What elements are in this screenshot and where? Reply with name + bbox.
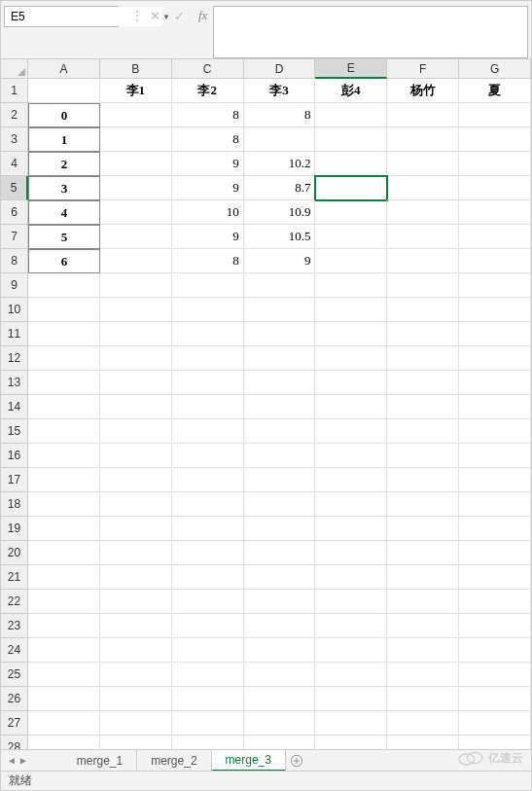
cell-F26[interactable]: [387, 687, 459, 711]
cell-B1[interactable]: 李1: [100, 79, 172, 103]
cell-D2[interactable]: 8: [244, 103, 316, 127]
cell-F5[interactable]: [387, 176, 459, 200]
cell-C11[interactable]: [172, 322, 244, 346]
cell-C19[interactable]: [172, 517, 244, 541]
cell-C15[interactable]: [172, 419, 244, 444]
formula-input[interactable]: [213, 6, 528, 58]
cell-E21[interactable]: [315, 565, 387, 590]
cell-A4[interactable]: 2: [28, 152, 100, 176]
cell-C5[interactable]: 9: [172, 176, 244, 200]
row-header-7[interactable]: 7: [1, 225, 28, 249]
cell-E12[interactable]: [315, 346, 387, 371]
column-header-C[interactable]: C: [172, 59, 244, 79]
cell-E9[interactable]: [315, 273, 387, 298]
cell-B4[interactable]: [100, 152, 172, 176]
cell-A5[interactable]: 3: [28, 176, 100, 200]
cell-E8[interactable]: [315, 249, 387, 273]
cell-A3[interactable]: 1: [28, 127, 100, 152]
cell-B26[interactable]: [100, 687, 172, 711]
cell-E14[interactable]: [315, 395, 387, 419]
cell-B9[interactable]: [100, 273, 172, 298]
cell-D5[interactable]: 8.7: [244, 176, 316, 200]
cell-D12[interactable]: [244, 346, 316, 371]
cell-F22[interactable]: [387, 590, 459, 614]
cell-F9[interactable]: [387, 273, 459, 298]
cell-B11[interactable]: [100, 322, 172, 346]
cell-D14[interactable]: [244, 395, 316, 419]
row-header-9[interactable]: 9: [1, 273, 28, 298]
cell-G27[interactable]: [459, 711, 531, 736]
cell-G16[interactable]: [459, 444, 531, 468]
cell-D23[interactable]: [244, 614, 316, 638]
cell-B25[interactable]: [100, 663, 172, 687]
cell-F1[interactable]: 杨竹: [387, 79, 459, 103]
cell-B27[interactable]: [100, 711, 172, 736]
column-header-E[interactable]: E: [315, 59, 387, 79]
cell-B8[interactable]: [100, 249, 172, 273]
cell-C2[interactable]: 8: [172, 103, 244, 127]
row-header-3[interactable]: 3: [1, 127, 28, 152]
cell-A13[interactable]: [28, 371, 100, 395]
cell-A27[interactable]: [28, 711, 100, 736]
cell-A14[interactable]: [28, 395, 100, 419]
cell-D10[interactable]: [244, 298, 316, 322]
select-all-corner[interactable]: [1, 59, 28, 79]
cell-C18[interactable]: [172, 492, 244, 517]
cell-G2[interactable]: [459, 103, 531, 127]
cell-E11[interactable]: [315, 322, 387, 346]
cell-G5[interactable]: [459, 176, 531, 200]
sheet-tab-merge_3[interactable]: merge_3: [212, 750, 286, 772]
cell-C25[interactable]: [172, 663, 244, 687]
cell-E1[interactable]: 彭4: [315, 79, 387, 103]
cell-G21[interactable]: [459, 565, 531, 590]
cell-A17[interactable]: [28, 468, 100, 492]
cell-B18[interactable]: [100, 492, 172, 517]
cell-B19[interactable]: [100, 517, 172, 541]
cell-G22[interactable]: [459, 590, 531, 614]
cell-E20[interactable]: [315, 541, 387, 565]
cell-D15[interactable]: [244, 419, 316, 444]
fx-label[interactable]: fx: [198, 8, 207, 23]
cell-D9[interactable]: [244, 273, 316, 298]
cell-D28[interactable]: [244, 736, 316, 749]
cell-G23[interactable]: [459, 614, 531, 638]
cell-E22[interactable]: [315, 590, 387, 614]
row-header-20[interactable]: 20: [1, 541, 28, 565]
cell-A24[interactable]: [28, 638, 100, 663]
cell-F11[interactable]: [387, 322, 459, 346]
cell-B21[interactable]: [100, 565, 172, 590]
cell-C3[interactable]: 8: [172, 127, 244, 152]
cell-C10[interactable]: [172, 298, 244, 322]
cell-C21[interactable]: [172, 565, 244, 590]
cell-B28[interactable]: [100, 736, 172, 749]
cell-D8[interactable]: 9: [244, 249, 316, 273]
cell-G25[interactable]: [459, 663, 531, 687]
cell-E26[interactable]: [315, 687, 387, 711]
cell-A11[interactable]: [28, 322, 100, 346]
cell-C27[interactable]: [172, 711, 244, 736]
cell-F8[interactable]: [387, 249, 459, 273]
cell-F18[interactable]: [387, 492, 459, 517]
cell-D16[interactable]: [244, 444, 316, 468]
cell-C28[interactable]: [172, 736, 244, 749]
row-header-23[interactable]: 23: [1, 614, 28, 638]
cell-B20[interactable]: [100, 541, 172, 565]
cell-C1[interactable]: 李2: [172, 79, 244, 103]
cell-E27[interactable]: [315, 711, 387, 736]
column-header-B[interactable]: B: [100, 59, 172, 79]
cell-D6[interactable]: 10.9: [244, 200, 316, 225]
row-header-10[interactable]: 10: [1, 298, 28, 322]
row-header-25[interactable]: 25: [1, 663, 28, 687]
cell-G28[interactable]: [459, 736, 531, 749]
cell-C13[interactable]: [172, 371, 244, 395]
cell-C16[interactable]: [172, 444, 244, 468]
cell-A2[interactable]: 0: [28, 103, 100, 127]
sheet-tab-merge_2[interactable]: merge_2: [137, 750, 211, 772]
cell-C17[interactable]: [172, 468, 244, 492]
cell-E28[interactable]: [315, 736, 387, 749]
cell-C20[interactable]: [172, 541, 244, 565]
cell-B12[interactable]: [100, 346, 172, 371]
cell-A28[interactable]: [28, 736, 100, 749]
cell-F3[interactable]: [387, 127, 459, 152]
cancel-formula-icon[interactable]: ✕: [150, 9, 160, 23]
